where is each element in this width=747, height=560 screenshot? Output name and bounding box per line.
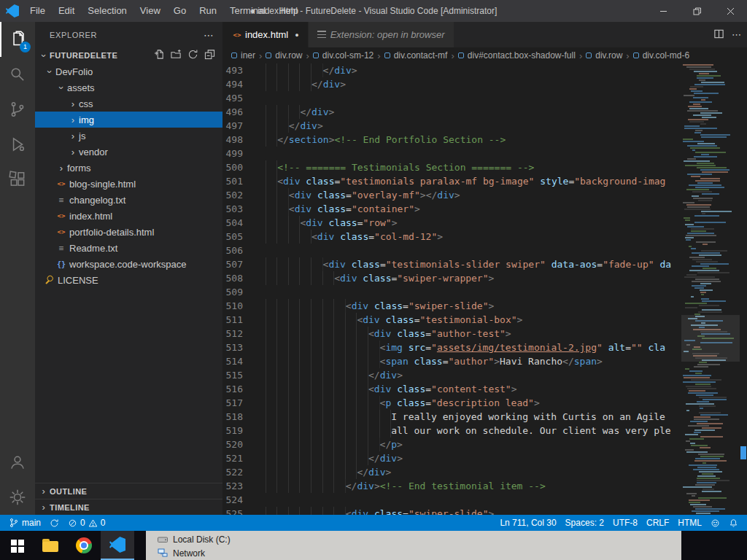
source-control-icon[interactable]: [0, 92, 35, 127]
menu-file[interactable]: File: [23, 3, 52, 19]
code-line[interactable]: 523</div><!-- End testimonial item -->: [222, 479, 747, 493]
tree-item-readme-txt[interactable]: ≡Readme.txt: [35, 240, 222, 256]
code-line[interactable]: 506: [222, 244, 747, 257]
code-line[interactable]: 517<p class="description lead">: [222, 396, 747, 410]
timeline-section-header[interactable]: TIMELINE: [35, 499, 222, 515]
tree-item-css[interactable]: css: [35, 96, 222, 112]
eol-indicator[interactable]: CRLF: [642, 515, 673, 531]
sync-button[interactable]: [45, 515, 63, 531]
minimap[interactable]: [681, 63, 740, 515]
run-debug-icon[interactable]: [0, 127, 35, 162]
code-line[interactable]: 519all our work on schedule. Our client …: [222, 424, 747, 438]
tab-extension-open-in-browser[interactable]: Extension: open in browser: [309, 22, 454, 47]
close-button[interactable]: [713, 0, 747, 22]
split-editor-icon[interactable]: [713, 28, 724, 42]
tree-item-vendor[interactable]: vendor: [35, 144, 222, 160]
chrome-taskbar-icon[interactable]: [67, 531, 101, 560]
account-icon[interactable]: [0, 445, 35, 480]
breadcrumb-item[interactable]: div#contact.box-shadow-full: [458, 50, 576, 61]
language-mode[interactable]: HTML: [673, 515, 706, 531]
git-branch-indicator[interactable]: main: [4, 515, 45, 531]
code-line[interactable]: 496</div>: [222, 105, 747, 119]
settings-gear-icon[interactable]: [0, 480, 35, 515]
tree-item-workspace-code-workspace[interactable]: {}workspace.code-workspace: [35, 256, 222, 272]
code-line[interactable]: 495: [222, 91, 747, 105]
views-more-icon[interactable]: ⋯: [204, 29, 214, 41]
tree-item-js[interactable]: js: [35, 128, 222, 144]
tree-item-blog-single-html[interactable]: <>blog-single.html: [35, 176, 222, 192]
code-line[interactable]: 521</div>: [222, 451, 747, 465]
tree-item-changelog-txt[interactable]: ≡changelog.txt: [35, 192, 222, 208]
restore-button[interactable]: [680, 0, 713, 22]
explorer-item-network[interactable]: Network: [158, 546, 681, 560]
editor-more-actions-icon[interactable]: ⋯: [732, 29, 741, 40]
breadcrumb-item[interactable]: div.contact-mf: [384, 50, 448, 61]
code-line[interactable]: 512<div class="author-test">: [222, 327, 747, 341]
explorer-item-local-disk[interactable]: Local Disk (C:): [158, 532, 681, 546]
extensions-icon[interactable]: [0, 162, 35, 197]
code-line[interactable]: 497</div>: [222, 119, 747, 133]
tree-item-devfolio[interactable]: DevFolio: [35, 63, 222, 79]
tree-item-index-html[interactable]: <>index.html: [35, 208, 222, 224]
code-line[interactable]: 516<div class="content-test">: [222, 382, 747, 396]
tree-item-forms[interactable]: forms: [35, 160, 222, 176]
workspace-section-header[interactable]: FUTUREDELETE: [35, 47, 222, 63]
feedback-icon[interactable]: [706, 515, 724, 531]
modified-dot-icon[interactable]: ●: [295, 31, 298, 39]
code-line[interactable]: 504<div class="row">: [222, 216, 747, 230]
new-folder-icon[interactable]: [171, 49, 182, 62]
search-icon[interactable]: [0, 57, 35, 92]
menu-run[interactable]: Run: [193, 3, 223, 19]
tree-item-portfolio-details-html[interactable]: <>portfolio-details.html: [35, 224, 222, 240]
breadcrumb-item[interactable]: div.row: [266, 50, 302, 61]
minimap-slider[interactable]: [681, 315, 740, 362]
code-line[interactable]: 508<div class="swiper-wrapper">: [222, 271, 747, 285]
code-line[interactable]: 515</div>: [222, 368, 747, 382]
code-line[interactable]: 507<div class="testimonials-slider swipe…: [222, 257, 747, 271]
code-line[interactable]: 500<!-- ======= Testimonials Section ===…: [222, 160, 747, 174]
code-line[interactable]: 520</p>: [222, 438, 747, 451]
code-line[interactable]: 501<div class="testimonials paralax-mf b…: [222, 174, 747, 188]
vscode-taskbar-icon[interactable]: [101, 531, 134, 560]
editor-code[interactable]: 493</div>494</div>495496</div>497</div>4…: [222, 63, 747, 515]
code-line[interactable]: 510<div class="swiper-slide">: [222, 299, 747, 313]
menu-view[interactable]: View: [133, 3, 167, 19]
notifications-bell-icon[interactable]: [724, 515, 743, 531]
minimize-button[interactable]: [646, 0, 680, 22]
cursor-position[interactable]: Ln 711, Col 30: [495, 515, 560, 531]
code-line[interactable]: 494</div>: [222, 77, 747, 91]
collapse-all-icon[interactable]: [204, 49, 215, 62]
breadcrumb-item[interactable]: div.row: [586, 50, 622, 61]
menu-terminal[interactable]: Terminal: [223, 3, 272, 19]
code-line[interactable]: 502<div class="overlay-mf"></div>: [222, 188, 747, 202]
menu-selection[interactable]: Selection: [81, 3, 133, 19]
code-line[interactable]: 525<div class="swiper-slide">: [222, 507, 747, 515]
file-explorer-taskbar-icon[interactable]: [34, 531, 67, 560]
refresh-icon[interactable]: [187, 49, 198, 62]
code-line[interactable]: 498</section><!-- End Portfolio Section …: [222, 133, 747, 147]
code-line[interactable]: 518I really enjoyed working with Curtis …: [222, 410, 747, 424]
code-line[interactable]: 522</div>: [222, 465, 747, 479]
code-line[interactable]: 509: [222, 285, 747, 299]
breadcrumb-item[interactable]: iner: [231, 50, 255, 61]
menu-help[interactable]: Help: [272, 3, 305, 19]
breadcrumb-item[interactable]: div.col-sm-12: [313, 50, 374, 61]
code-line[interactable]: 503<div class="container">: [222, 202, 747, 216]
tree-item-license[interactable]: LICENSE: [35, 272, 222, 288]
code-line[interactable]: 499: [222, 147, 747, 160]
breadcrumb-item[interactable]: div.col-md-6: [633, 50, 689, 61]
explorer-icon[interactable]: 1: [0, 22, 35, 57]
menu-edit[interactable]: Edit: [52, 3, 81, 19]
code-line[interactable]: 514<span class="author">Havi Rancho</spa…: [222, 354, 747, 368]
menu-go[interactable]: Go: [167, 3, 193, 19]
code-line[interactable]: 513<img src="assets/img/testimonial-2.jp…: [222, 341, 747, 354]
new-file-icon[interactable]: [154, 49, 165, 62]
outline-section-header[interactable]: OUTLINE: [35, 483, 222, 499]
encoding-indicator[interactable]: UTF-8: [608, 515, 642, 531]
code-line[interactable]: 511<div class="testimonial-box">: [222, 313, 747, 327]
start-button-icon[interactable]: [0, 531, 34, 560]
indentation-indicator[interactable]: Spaces: 2: [561, 515, 608, 531]
tab-index-html[interactable]: <>index.html●: [222, 22, 309, 47]
tree-item-assets[interactable]: assets: [35, 79, 222, 96]
code-line[interactable]: 524: [222, 493, 747, 507]
